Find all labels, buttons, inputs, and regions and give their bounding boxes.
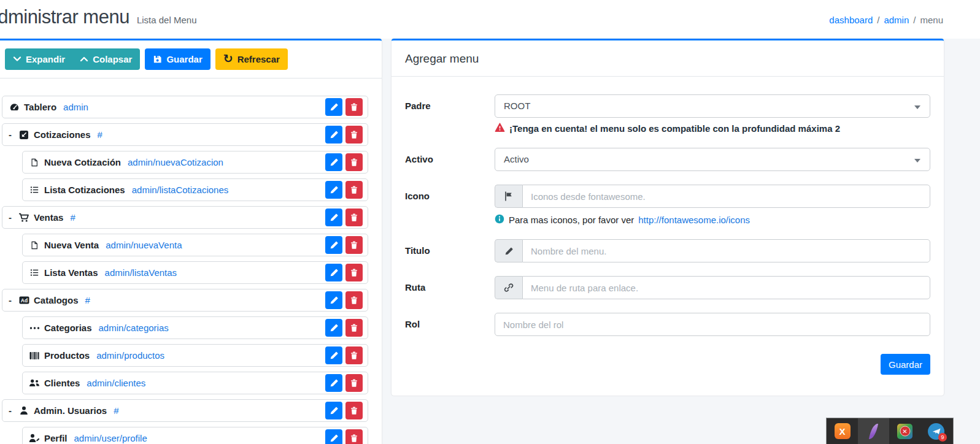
warning-icon — [495, 123, 505, 134]
pencil-icon — [330, 406, 339, 415]
edit-button[interactable] — [325, 319, 342, 337]
delete-button[interactable] — [345, 126, 363, 144]
delete-button[interactable] — [345, 346, 363, 364]
refresh-icon: ↻ — [223, 53, 233, 64]
tree-row[interactable]: Nueva Venta admin/nuevaVenta — [22, 234, 368, 256]
delete-button[interactable] — [345, 153, 363, 171]
taskbar-error-app[interactable]: ✕ — [889, 418, 920, 444]
file-icon — [29, 157, 40, 167]
tree-item-link[interactable]: admin/clientes — [87, 378, 145, 388]
edit-button[interactable] — [325, 374, 342, 392]
tree-row[interactable]: Tablero admin — [2, 96, 368, 118]
edit-button[interactable] — [325, 153, 342, 171]
titulo-input[interactable] — [522, 239, 930, 262]
padre-select[interactable]: ROOT — [495, 94, 930, 118]
tree-item-link[interactable]: admin — [63, 102, 88, 112]
pencil-icon — [330, 378, 339, 388]
refresh-button[interactable]: ↻ Refrescar — [215, 48, 288, 70]
collapse-toggle[interactable]: - — [9, 129, 18, 140]
caret-down-icon — [914, 105, 920, 109]
delete-button[interactable] — [345, 236, 363, 254]
delete-button[interactable] — [345, 181, 363, 199]
edit-button[interactable] — [325, 402, 342, 419]
delete-button[interactable] — [345, 374, 363, 392]
square-arrow-icon — [18, 129, 29, 140]
delete-button[interactable] — [345, 319, 363, 337]
tree-item-link[interactable]: admin/nuevaVenta — [106, 240, 182, 250]
tree-row[interactable]: Lista Cotizaciones admin/listaCotizacion… — [22, 178, 368, 201]
edit-button[interactable] — [325, 429, 342, 444]
notification-badge: 9 — [938, 433, 947, 442]
edit-button[interactable] — [325, 264, 342, 281]
tree-row[interactable]: Perfil admin/user/profile — [22, 427, 368, 444]
pencil-icon — [330, 351, 339, 360]
collapse-toggle[interactable]: - — [9, 212, 18, 223]
taskbar-xampp[interactable]: X — [827, 418, 858, 444]
pencil-icon — [330, 268, 339, 277]
edit-button[interactable] — [325, 181, 342, 199]
error-app-icon: ✕ — [897, 424, 912, 439]
tree-item-link[interactable]: # — [85, 295, 90, 305]
tree-item-title: Categorias — [44, 323, 92, 333]
caret-down-icon — [914, 159, 920, 163]
tree-row[interactable]: Productos admin/productos — [22, 344, 368, 367]
tree-item-link[interactable]: # — [70, 212, 75, 223]
tree-item-link[interactable]: admin/categorias — [99, 323, 169, 333]
breadcrumb-dashboard[interactable]: dashboard — [829, 15, 873, 25]
expand-button[interactable]: Expandir — [5, 48, 74, 70]
ruta-input[interactable] — [522, 276, 930, 299]
tree-row[interactable]: Categorias admin/categorias — [22, 316, 368, 339]
tree-item-link[interactable]: admin/productos — [96, 350, 164, 361]
svg-text:Ad: Ad — [20, 297, 27, 304]
tree-item-link[interactable]: admin/nuevaCotizacion — [128, 157, 223, 167]
trash-icon — [350, 158, 358, 167]
ellipsis-icon — [29, 323, 40, 333]
edit-button[interactable] — [325, 126, 342, 144]
edit-button[interactable] — [325, 346, 342, 364]
delete-button[interactable] — [345, 209, 363, 226]
tree-row[interactable]: Lista Ventas admin/listaVentas — [22, 261, 368, 284]
tree-item-link[interactable]: # — [114, 405, 118, 416]
fontawesome-link[interactable]: http://fontawesome.io/icons — [638, 215, 750, 225]
trash-icon — [350, 213, 358, 222]
tree-toolbar: Expandir Colapsar Guardar ↻ Refrescar — [0, 40, 382, 78]
delete-button[interactable] — [345, 402, 363, 419]
tree-item-link[interactable]: # — [98, 129, 102, 140]
delete-button[interactable] — [345, 429, 363, 444]
padre-warning-text: ¡Tenga en cuenta! el menu solo es compat… — [509, 123, 840, 134]
tree-row[interactable]: - Ventas # — [2, 206, 368, 229]
tree-row[interactable]: - Admin. Usuarios # — [2, 399, 368, 422]
tree-item-link[interactable]: admin/listaCotizaciones — [132, 185, 229, 195]
barcode-icon — [29, 350, 40, 361]
form-save-button[interactable]: Guardar — [881, 354, 930, 375]
tree-item-link[interactable]: admin/listaVentas — [105, 267, 177, 278]
user-edit-icon — [29, 433, 40, 443]
tree-row[interactable]: Nueva Cotización admin/nuevaCotizacion — [22, 151, 368, 174]
tree-save-button[interactable]: Guardar — [145, 48, 210, 70]
edit-button[interactable] — [325, 236, 342, 254]
collapse-toggle[interactable]: - — [9, 405, 18, 416]
delete-button[interactable] — [345, 98, 363, 116]
tree-row[interactable]: - Ad Catalogos # — [2, 289, 368, 312]
edit-button[interactable] — [325, 209, 342, 226]
icono-input[interactable] — [522, 185, 930, 208]
feather-icon — [869, 423, 878, 440]
activo-select[interactable]: Activo — [495, 148, 930, 171]
page-title: Administrar menu — [0, 6, 129, 28]
edit-button[interactable] — [325, 291, 342, 309]
breadcrumb-admin[interactable]: admin — [884, 15, 909, 25]
delete-button[interactable] — [345, 291, 363, 309]
tree-row[interactable]: - Cotizaciones # — [2, 123, 368, 146]
edit-button[interactable] — [325, 98, 342, 116]
taskbar-feather[interactable] — [858, 418, 889, 444]
delete-button[interactable] — [345, 264, 363, 281]
list-icon — [29, 185, 40, 195]
collapse-button[interactable]: Colapsar — [74, 48, 140, 70]
ruta-label: Ruta — [405, 276, 495, 299]
taskbar-telegram[interactable]: 9 — [920, 418, 952, 444]
collapse-toggle[interactable]: - — [9, 295, 18, 305]
menu-tree-card: Expandir Colapsar Guardar ↻ Refrescar Ta… — [0, 39, 382, 444]
rol-input[interactable] — [495, 313, 930, 336]
tree-row[interactable]: Clientes admin/clientes — [22, 372, 368, 394]
tree-item-link[interactable]: admin/user/profile — [74, 433, 147, 443]
